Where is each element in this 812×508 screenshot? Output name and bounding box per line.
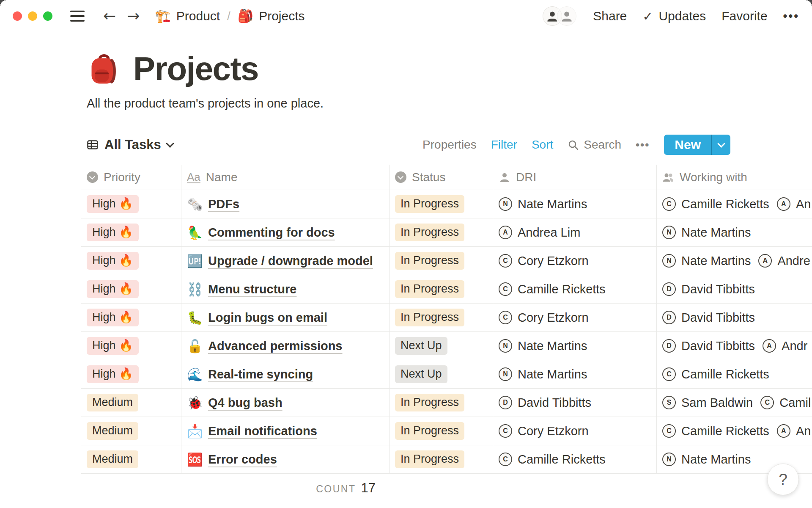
priority-cell[interactable]: High 🔥 [81,332,181,360]
view-more-options-icon[interactable]: ••• [636,138,650,152]
column-header-status[interactable]: Status [390,165,493,190]
project-page-link[interactable]: Commenting for docs [208,226,335,240]
dri-cell[interactable]: CCory Etzkorn [493,304,657,331]
search-button[interactable]: Search [568,138,621,152]
column-header-priority[interactable]: Priority [81,165,181,190]
priority-cell[interactable]: High 🔥 [81,190,181,218]
column-header-working[interactable]: Working with [657,165,812,190]
dri-cell[interactable]: AAndrea Lim [493,218,657,246]
status-cell[interactable]: In Progress [390,417,493,445]
person-avatar: C [499,311,512,324]
back-arrow-icon[interactable]: ← [103,8,116,24]
priority-cell[interactable]: High 🔥 [81,218,181,246]
dri-cell[interactable]: NNate Martins [493,360,657,388]
working-with-cell[interactable]: DDavid Tibbitts [657,304,812,331]
dri-cell[interactable]: NNate Martins [493,190,657,218]
minimize-window-button[interactable] [28,11,37,21]
dri-cell[interactable]: CCamille Ricketts [493,445,657,473]
priority-cell[interactable]: High 🔥 [81,360,181,388]
close-window-button[interactable] [13,11,22,21]
name-cell[interactable]: 🗞️PDFs [181,190,390,218]
working-with-cell[interactable]: SSam BaldwinCCamil [657,389,812,417]
breadcrumb-item-product[interactable]: 🏗️ Product [155,9,220,23]
project-page-link[interactable]: Login bugs on email [208,311,327,325]
project-page-link[interactable]: PDFs [208,197,239,211]
person-avatar: C [662,197,676,211]
updates-button[interactable]: ✓ Updates [642,9,706,24]
status-cell[interactable]: In Progress [390,275,493,303]
priority-cell[interactable]: High 🔥 [81,247,181,275]
person-chip: NNate Martins [499,197,587,211]
working-with-cell[interactable]: DDavid TibbittsAAndr [657,332,812,360]
working-with-cell[interactable]: NNate Martins [657,218,812,246]
view-switcher[interactable]: All Tasks [81,137,173,152]
dri-cell[interactable]: CCory Etzkorn [493,247,657,275]
traffic-lights [13,11,52,21]
status-cell[interactable]: In Progress [390,218,493,246]
project-emoji-icon: 🐞 [187,395,203,410]
name-cell[interactable]: 🐛Login bugs on email [181,304,390,331]
working-with-cell[interactable]: CCamille Ricketts [657,360,812,388]
viewer-avatars[interactable] [543,6,576,26]
status-cell[interactable]: In Progress [390,247,493,275]
project-page-link[interactable]: Menu structure [208,282,296,296]
count-label: COUNT [316,483,356,494]
sort-button[interactable]: Sort [532,138,553,152]
column-header-dri[interactable]: DRI [493,165,657,190]
working-with-cell[interactable]: NNate MartinsAAndre [657,247,812,275]
share-button[interactable]: Share [593,9,627,23]
project-page-link[interactable]: Real-time syncing [208,367,313,381]
name-cell[interactable]: 🐞Q4 bug bash [181,389,390,417]
working-with-cell[interactable]: CCamille RickettsAAn [657,417,812,445]
status-cell[interactable]: Next Up [390,332,493,360]
breadcrumb-separator: / [226,10,232,23]
priority-cell[interactable]: High 🔥 [81,275,181,303]
person-name: Camil [779,396,811,410]
breadcrumb-item-projects[interactable]: 🎒 Projects [238,9,305,23]
dri-cell[interactable]: NNate Martins [493,332,657,360]
status-cell[interactable]: In Progress [390,445,493,473]
name-cell[interactable]: 🆙Upgrade / downgrade model [181,247,390,275]
person-chip: NNate Martins [662,226,751,240]
name-cell[interactable]: 🦜Commenting for docs [181,218,390,246]
project-page-link[interactable]: Upgrade / downgrade model [208,254,373,268]
dri-cell[interactable]: CCory Etzkorn [493,417,657,445]
new-button[interactable]: New [664,135,730,155]
status-cell[interactable]: In Progress [390,190,493,218]
dri-cell[interactable]: CCamille Ricketts [493,275,657,303]
dri-cell[interactable]: DDavid Tibbitts [493,389,657,417]
new-dropdown-button[interactable] [712,135,730,155]
favorite-button[interactable]: Favorite [721,9,767,23]
column-header-name[interactable]: AaName [181,165,390,190]
help-button[interactable]: ? [767,464,799,495]
name-cell[interactable]: ⛓️Menu structure [181,275,390,303]
project-page-link[interactable]: Advanced permissions [208,339,343,353]
zoom-window-button[interactable] [43,11,52,21]
priority-cell[interactable]: High 🔥 [81,304,181,331]
status-cell[interactable]: In Progress [390,304,493,331]
more-options-icon[interactable]: ••• [783,9,799,23]
status-cell[interactable]: In Progress [390,389,493,417]
sidebar-menu-icon[interactable] [70,11,85,22]
status-cell[interactable]: Next Up [390,360,493,388]
forward-arrow-icon[interactable]: → [127,8,140,24]
working-with-cell[interactable]: CCamille RickettsAAn [657,190,812,218]
select-property-icon [395,171,406,183]
properties-button[interactable]: Properties [422,138,477,152]
project-page-link[interactable]: Error codes [208,453,277,467]
backpack-page-icon[interactable] [87,52,121,86]
person-name: Nate Martins [681,453,751,467]
priority-cell[interactable]: Medium [81,389,181,417]
priority-cell[interactable]: Medium [81,417,181,445]
project-page-link[interactable]: Email notifications [208,424,317,438]
name-cell[interactable]: 🌊Real-time syncing [181,360,390,388]
new-button-label[interactable]: New [664,135,711,155]
priority-cell[interactable]: Medium [81,445,181,473]
project-page-link[interactable]: Q4 bug bash [208,396,283,410]
name-cell[interactable]: 🆘Error codes [181,445,390,473]
filter-button[interactable]: Filter [491,138,517,152]
column-label: Status [412,171,445,184]
name-cell[interactable]: 📩Email notifications [181,417,390,445]
name-cell[interactable]: 🔓Advanced permissions [181,332,390,360]
working-with-cell[interactable]: DDavid Tibbitts [657,275,812,303]
